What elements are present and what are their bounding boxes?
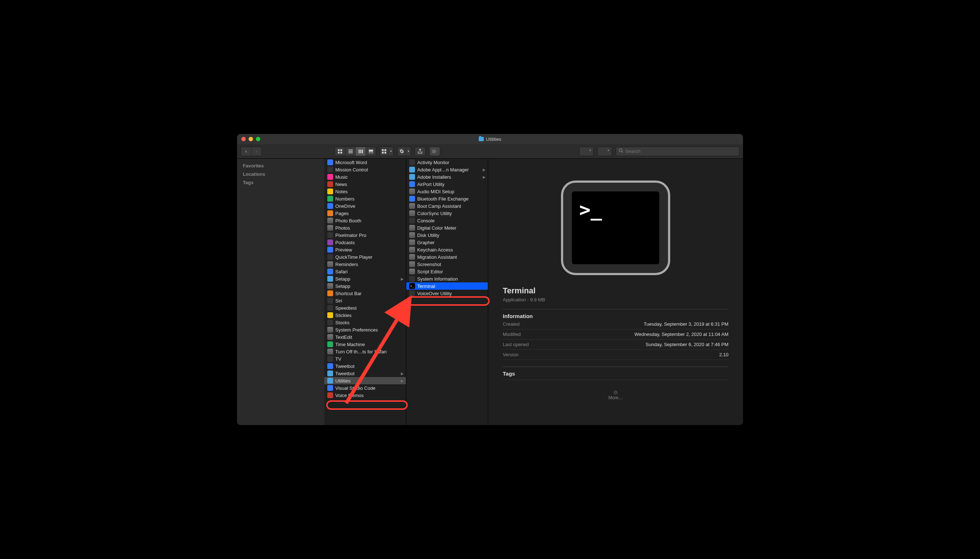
list-item[interactable]: >_Terminal xyxy=(406,283,488,290)
list-item[interactable]: TextEdit xyxy=(324,333,406,341)
column-view-button[interactable] xyxy=(355,147,366,156)
list-item[interactable]: Reminders xyxy=(324,261,406,268)
list-item[interactable]: Speedtest xyxy=(324,304,406,311)
preview-subtitle: Application - 9.9 MB xyxy=(503,297,728,303)
list-item[interactable]: Siri xyxy=(324,297,406,304)
list-item[interactable]: VoiceOver Utility xyxy=(406,290,488,297)
icon-view-button[interactable] xyxy=(335,147,345,156)
svg-rect-16 xyxy=(382,152,384,154)
list-item-label: Stocks xyxy=(335,320,349,325)
back-button[interactable]: ‹ xyxy=(241,147,251,156)
list-item[interactable]: Adobe Installers▶ xyxy=(406,173,488,180)
list-item[interactable]: Console xyxy=(406,217,488,224)
minimize-button[interactable] xyxy=(248,137,253,141)
list-item[interactable]: Bluetooth File Exchange xyxy=(406,195,488,202)
sidebar-locations[interactable]: Locations xyxy=(243,170,318,178)
tags-button[interactable] xyxy=(429,147,440,156)
dropdown-2[interactable]: ▾ xyxy=(598,147,612,156)
list-item[interactable]: AirPort Utility xyxy=(406,180,488,188)
action-dropdown[interactable]: ▾ xyxy=(406,147,411,156)
list-item[interactable]: Safari xyxy=(324,268,406,275)
list-item[interactable]: Photos xyxy=(324,224,406,232)
search-input[interactable] xyxy=(626,149,736,154)
list-item[interactable]: System Preferences xyxy=(324,326,406,333)
sidebar-tags[interactable]: Tags xyxy=(243,178,318,187)
list-item[interactable]: QuickTime Player xyxy=(324,253,406,261)
search-field[interactable] xyxy=(616,147,739,156)
app-icon xyxy=(327,298,333,304)
list-item[interactable]: Utilities▶ xyxy=(324,377,406,384)
sidebar-favorites[interactable]: Favorites xyxy=(243,162,318,170)
svg-rect-7 xyxy=(359,150,360,153)
action-group[interactable]: ▾ xyxy=(397,147,411,156)
list-item-label: Reminders xyxy=(335,262,358,267)
list-item-label: Digital Color Meter xyxy=(417,225,457,231)
forward-button[interactable]: › xyxy=(251,147,262,156)
gallery-view-button[interactable] xyxy=(366,147,376,156)
list-item[interactable]: Pages xyxy=(324,210,406,217)
list-item[interactable]: Migration Assistant xyxy=(406,253,488,261)
list-item[interactable]: Visual Studio Code xyxy=(324,384,406,392)
list-item[interactable]: Numbers xyxy=(324,195,406,202)
list-view-button[interactable] xyxy=(345,147,355,156)
list-item-label: Tweetbot xyxy=(335,371,354,376)
list-item[interactable]: Boot Camp Assistant xyxy=(406,202,488,210)
arrange-dropdown[interactable]: ▾ xyxy=(388,147,393,156)
app-icon xyxy=(409,189,415,194)
action-button[interactable] xyxy=(397,147,406,156)
list-item[interactable]: Photo Booth xyxy=(324,217,406,224)
app-icon xyxy=(409,261,415,267)
utilities-column[interactable]: Activity MonitorAdobe Appl…n Manager▶Ado… xyxy=(406,159,488,425)
fullscreen-button[interactable] xyxy=(256,137,260,141)
list-item-label: Script Editor xyxy=(417,269,443,275)
list-item-label: OneDrive xyxy=(335,203,355,209)
list-item[interactable]: Stocks xyxy=(324,319,406,326)
list-item[interactable]: Music xyxy=(324,173,406,180)
list-item[interactable]: Tweetbot xyxy=(324,362,406,370)
list-item[interactable]: Microsoft Word xyxy=(324,159,406,166)
arrange-group[interactable]: ▾ xyxy=(380,147,394,156)
list-item-label: Setapp xyxy=(335,276,350,282)
list-item-label: Speedtest xyxy=(335,305,357,311)
list-item[interactable]: Disk Utility xyxy=(406,232,488,239)
list-item[interactable]: Adobe Appl…n Manager▶ xyxy=(406,166,488,173)
dropdown-1[interactable]: ▾ xyxy=(579,147,594,156)
list-item[interactable]: Digital Color Meter xyxy=(406,224,488,232)
list-item[interactable]: OneDrive xyxy=(324,202,406,210)
list-item[interactable]: Stickies xyxy=(324,311,406,319)
more-button[interactable]: ⊙ More… xyxy=(503,389,728,400)
list-item[interactable]: Podcasts xyxy=(324,239,406,246)
list-item[interactable]: Pixelmator Pro xyxy=(324,232,406,239)
folder-icon xyxy=(479,137,484,141)
list-item[interactable]: Mission Control xyxy=(324,166,406,173)
list-item[interactable]: Audio MIDI Setup xyxy=(406,188,488,195)
arrange-button[interactable] xyxy=(380,147,388,156)
list-item-label: Utilities xyxy=(335,378,351,384)
list-item[interactable]: Turn Off th…ts for Safari xyxy=(324,348,406,355)
close-button[interactable] xyxy=(242,137,246,141)
list-item[interactable]: News xyxy=(324,180,406,188)
list-item[interactable]: Time Machine xyxy=(324,341,406,348)
list-item[interactable]: ColorSync Utility xyxy=(406,210,488,217)
list-item[interactable]: Preview xyxy=(324,246,406,253)
list-item[interactable]: Setapp xyxy=(324,283,406,290)
list-item[interactable]: Activity Monitor xyxy=(406,159,488,166)
svg-rect-15 xyxy=(384,149,386,151)
list-item-label: ColorSync Utility xyxy=(417,211,452,216)
list-item[interactable]: Tweetbot▶ xyxy=(324,370,406,377)
list-item[interactable]: Keychain Access xyxy=(406,246,488,253)
list-item[interactable]: System Information xyxy=(406,275,488,283)
share-button[interactable] xyxy=(415,147,425,156)
list-item[interactable]: Voice Memos xyxy=(324,392,406,399)
list-item[interactable]: Screenshot xyxy=(406,261,488,268)
list-item[interactable]: Grapher xyxy=(406,239,488,246)
list-item[interactable]: Shortcut Bar xyxy=(324,290,406,297)
applications-column[interactable]: Microsoft WordMission ControlMusicNewsNo… xyxy=(324,159,406,425)
list-item[interactable]: Notes xyxy=(324,188,406,195)
app-icon xyxy=(327,159,333,165)
app-icon xyxy=(409,254,415,260)
list-item[interactable]: TV xyxy=(324,355,406,362)
list-item[interactable]: Script Editor xyxy=(406,268,488,275)
app-icon xyxy=(409,269,415,275)
list-item[interactable]: Setapp▶ xyxy=(324,275,406,283)
